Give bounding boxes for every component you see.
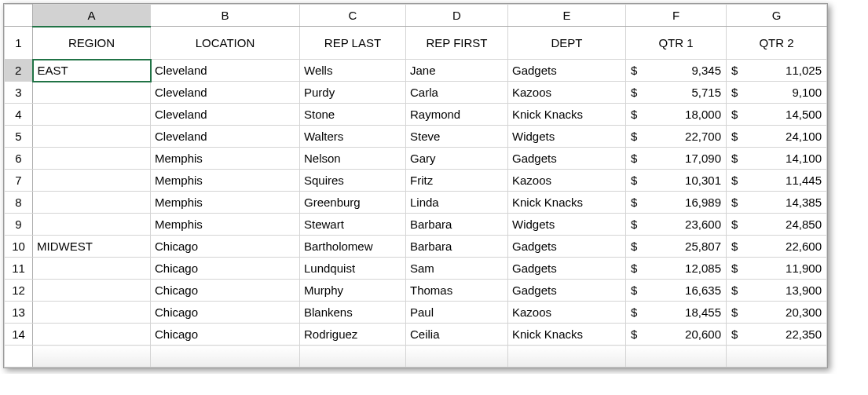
cell-rep-first[interactable]: Raymond xyxy=(406,104,508,126)
cell-qtr2[interactable]: $11,025 xyxy=(727,60,827,82)
cell-qtr2[interactable]: $24,850 xyxy=(727,214,827,236)
cell-rep-last[interactable]: Bartholomew xyxy=(300,236,406,258)
cell-qtr1[interactable]: $5,715 xyxy=(626,82,727,104)
cell-region[interactable] xyxy=(33,192,151,214)
cell-region[interactable] xyxy=(33,258,151,280)
cell-qtr1[interactable]: $22,700 xyxy=(626,126,727,148)
cell-location[interactable]: Cleveland xyxy=(151,82,300,104)
cell-rep-last[interactable]: Stone xyxy=(300,104,406,126)
cell-qtr1[interactable]: $9,345 xyxy=(626,60,727,82)
cell-dept[interactable]: Widgets xyxy=(508,126,626,148)
cell-dept[interactable]: Knick Knacks xyxy=(508,192,626,214)
cell-location[interactable]: Cleveland xyxy=(151,60,300,82)
cell-qtr2[interactable]: $24,100 xyxy=(727,126,827,148)
cell-rep-first[interactable]: Sam xyxy=(406,258,508,280)
row-header-14[interactable]: 14 xyxy=(5,324,33,346)
cell-qtr1[interactable]: $25,807 xyxy=(626,236,727,258)
row-header-1[interactable]: 1 xyxy=(5,27,33,60)
header-location[interactable]: LOCATION xyxy=(151,27,300,60)
cell-region[interactable] xyxy=(33,324,151,346)
cell-region[interactable] xyxy=(33,148,151,170)
cell-rep-first[interactable]: Linda xyxy=(406,192,508,214)
cell-location[interactable]: Chicago xyxy=(151,302,300,324)
cell-location[interactable]: Chicago xyxy=(151,280,300,302)
cell-qtr2[interactable]: $22,350 xyxy=(727,324,827,346)
cell-rep-last[interactable]: Blankens xyxy=(300,302,406,324)
spreadsheet[interactable]: A B C D E F G 1 REGION LOCATION REP LAST… xyxy=(3,3,828,368)
cell-rep-first[interactable]: Jane xyxy=(406,60,508,82)
cell-qtr1[interactable]: $10,301 xyxy=(626,170,727,192)
cell-region[interactable] xyxy=(33,126,151,148)
row-header-11[interactable]: 11 xyxy=(5,258,33,280)
cell-region[interactable] xyxy=(33,82,151,104)
header-region[interactable]: REGION xyxy=(33,27,151,60)
header-rep-first[interactable]: REP FIRST xyxy=(406,27,508,60)
cell-rep-last[interactable]: Murphy xyxy=(300,280,406,302)
cell-dept[interactable]: Gadgets xyxy=(508,236,626,258)
cell-qtr2[interactable]: $14,385 xyxy=(727,192,827,214)
row-header-12[interactable]: 12 xyxy=(5,280,33,302)
cell-region[interactable] xyxy=(33,170,151,192)
cell-rep-last[interactable]: Stewart xyxy=(300,214,406,236)
cell-region[interactable]: MIDWEST xyxy=(33,236,151,258)
row-header-2[interactable]: 2 xyxy=(5,60,33,82)
select-all-corner[interactable] xyxy=(5,5,33,27)
cell-region[interactable] xyxy=(33,104,151,126)
cell-dept[interactable]: Widgets xyxy=(508,214,626,236)
col-header-B[interactable]: B xyxy=(151,5,300,27)
col-header-C[interactable]: C xyxy=(300,5,406,27)
cell-rep-first[interactable]: Carla xyxy=(406,82,508,104)
cell-rep-first[interactable]: Steve xyxy=(406,126,508,148)
col-header-F[interactable]: F xyxy=(626,5,727,27)
cell-qtr2[interactable]: $22,600 xyxy=(727,236,827,258)
cell-dept[interactable]: Gadgets xyxy=(508,60,626,82)
row-header-9[interactable]: 9 xyxy=(5,214,33,236)
cell-region[interactable]: EAST xyxy=(33,60,151,82)
cell-region[interactable] xyxy=(33,280,151,302)
cell-rep-last[interactable]: Greenburg xyxy=(300,192,406,214)
cell-location[interactable]: Chicago xyxy=(151,324,300,346)
row-header-5[interactable]: 5 xyxy=(5,126,33,148)
cell-rep-first[interactable]: Barbara xyxy=(406,214,508,236)
cell-dept[interactable]: Kazoos xyxy=(508,170,626,192)
cell-qtr1[interactable]: $23,600 xyxy=(626,214,727,236)
cell-qtr2[interactable]: $13,900 xyxy=(727,280,827,302)
cell-qtr2[interactable]: $20,300 xyxy=(727,302,827,324)
row-header-8[interactable]: 8 xyxy=(5,192,33,214)
cell-rep-last[interactable]: Walters xyxy=(300,126,406,148)
cell-rep-last[interactable]: Lundquist xyxy=(300,258,406,280)
header-qtr2[interactable]: QTR 2 xyxy=(727,27,827,60)
cell-location[interactable]: Chicago xyxy=(151,236,300,258)
cell-rep-first[interactable]: Fritz xyxy=(406,170,508,192)
cell-qtr1[interactable]: $16,989 xyxy=(626,192,727,214)
cell-rep-last[interactable]: Nelson xyxy=(300,148,406,170)
cell-rep-first[interactable]: Ceilia xyxy=(406,324,508,346)
row-header-13[interactable]: 13 xyxy=(5,302,33,324)
cell-location[interactable]: Cleveland xyxy=(151,126,300,148)
col-header-E[interactable]: E xyxy=(508,5,626,27)
row-header-6[interactable]: 6 xyxy=(5,148,33,170)
header-qtr1[interactable]: QTR 1 xyxy=(626,27,727,60)
header-dept[interactable]: DEPT xyxy=(508,27,626,60)
cell-location[interactable]: Cleveland xyxy=(151,104,300,126)
cell-location[interactable]: Memphis xyxy=(151,170,300,192)
cell-rep-first[interactable]: Paul xyxy=(406,302,508,324)
cell-qtr2[interactable]: $9,100 xyxy=(727,82,827,104)
cell-dept[interactable]: Gadgets xyxy=(508,258,626,280)
cell-rep-first[interactable]: Barbara xyxy=(406,236,508,258)
cell-rep-last[interactable]: Wells xyxy=(300,60,406,82)
cell-location[interactable]: Chicago xyxy=(151,258,300,280)
row-header-10[interactable]: 10 xyxy=(5,236,33,258)
cell-rep-last[interactable]: Rodriguez xyxy=(300,324,406,346)
cell-region[interactable] xyxy=(33,302,151,324)
cell-qtr1[interactable]: $18,455 xyxy=(626,302,727,324)
cell-dept[interactable]: Kazoos xyxy=(508,302,626,324)
cell-qtr1[interactable]: $16,635 xyxy=(626,280,727,302)
cell-dept[interactable]: Knick Knacks xyxy=(508,104,626,126)
cell-qtr1[interactable]: $12,085 xyxy=(626,258,727,280)
cell-qtr2[interactable]: $14,500 xyxy=(727,104,827,126)
cell-rep-last[interactable]: Purdy xyxy=(300,82,406,104)
cell-qtr2[interactable]: $11,445 xyxy=(727,170,827,192)
cell-dept[interactable]: Kazoos xyxy=(508,82,626,104)
cell-qtr1[interactable]: $20,600 xyxy=(626,324,727,346)
